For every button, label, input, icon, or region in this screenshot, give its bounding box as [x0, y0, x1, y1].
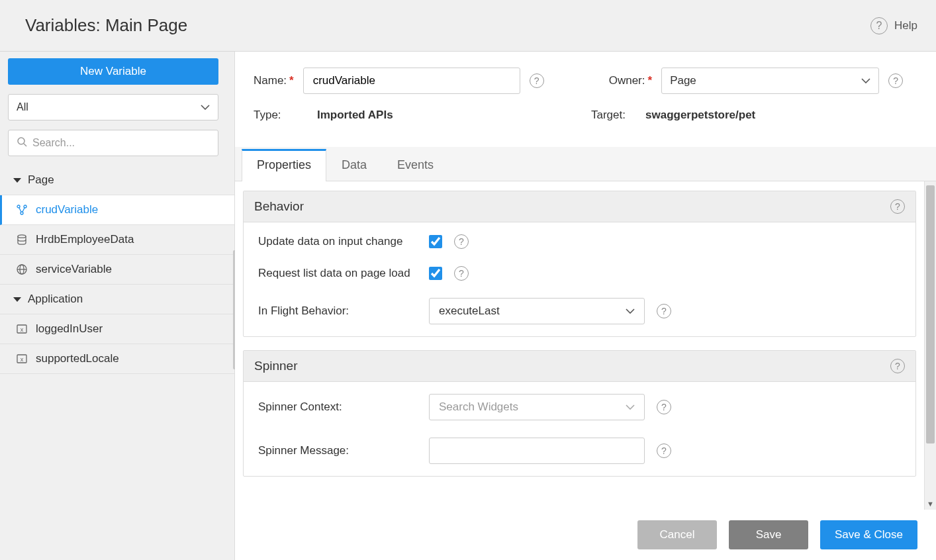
- section-title: Behavior: [254, 199, 304, 214]
- tab-properties[interactable]: Properties: [242, 149, 326, 181]
- save-button[interactable]: Save: [729, 520, 808, 549]
- inflight-label: In Flight Behavior:: [258, 304, 429, 318]
- update-on-input-label: Update data on input change: [258, 235, 429, 248]
- name-input[interactable]: [303, 68, 520, 94]
- svg-text:x: x: [21, 326, 24, 333]
- chevron-down-icon: [626, 404, 635, 410]
- help-icon[interactable]: ?: [888, 73, 903, 88]
- scrollbar-thumb[interactable]: [926, 185, 935, 443]
- svg-point-2: [17, 205, 20, 208]
- cancel-button[interactable]: Cancel: [637, 520, 717, 549]
- owner-value: Page: [670, 74, 696, 87]
- chevron-down-icon: [861, 78, 870, 83]
- var-icon: x: [16, 323, 28, 335]
- filter-select[interactable]: All: [8, 94, 218, 120]
- search-icon: [17, 136, 27, 150]
- scrollbar[interactable]: ▼: [924, 181, 936, 510]
- help-icon[interactable]: ?: [890, 199, 905, 214]
- request-on-load-checkbox[interactable]: [429, 267, 442, 280]
- help-icon[interactable]: ?: [657, 443, 671, 458]
- tree-item-label: supportedLocale: [36, 352, 119, 365]
- page-title: Variables: Main Page: [25, 15, 187, 36]
- section-spinner: Spinner ? Spinner Context: Search Widget…: [243, 350, 916, 477]
- help-icon[interactable]: ?: [530, 73, 544, 88]
- inflight-select[interactable]: executeLast: [429, 298, 645, 324]
- svg-line-1: [24, 144, 26, 146]
- svg-point-0: [18, 138, 24, 144]
- spinner-context-select[interactable]: Search Widgets: [429, 394, 645, 420]
- target-value: swaggerpetstore/pet: [645, 109, 755, 122]
- request-on-load-label: Request list data on page load: [258, 267, 429, 280]
- target-label: Target:: [591, 109, 636, 122]
- scroll-down-icon[interactable]: ▼: [925, 498, 936, 510]
- help-icon[interactable]: ?: [657, 304, 671, 318]
- tree-item-label: serviceVariable: [36, 263, 112, 276]
- caret-down-icon: [13, 297, 21, 302]
- svg-point-3: [24, 205, 26, 208]
- help-label: Help: [894, 19, 917, 32]
- section-behavior: Behavior ? Update data on input change ?: [243, 191, 916, 337]
- search-input[interactable]: [32, 137, 210, 149]
- spinner-message-input[interactable]: [429, 438, 645, 464]
- update-on-input-checkbox[interactable]: [429, 235, 442, 248]
- chevron-down-icon: [626, 308, 635, 314]
- save-close-button[interactable]: Save & Close: [820, 520, 917, 549]
- tree-group-label: Page: [28, 173, 54, 187]
- tree-item-hrdbemployeedata[interactable]: HrdbEmployeeData: [0, 225, 234, 255]
- db-icon: [16, 234, 28, 246]
- tree-item-label: loggedInUser: [36, 322, 103, 336]
- tree-item-loggedinuser[interactable]: x loggedInUser: [0, 314, 234, 344]
- chevron-down-icon: [201, 105, 210, 110]
- filter-value: All: [17, 101, 28, 113]
- globe-icon: [16, 263, 28, 275]
- spinner-context-placeholder: Search Widgets: [439, 400, 518, 414]
- tree-group-page[interactable]: Page: [0, 165, 234, 195]
- owner-select[interactable]: Page: [661, 68, 879, 94]
- new-variable-button[interactable]: New Variable: [8, 58, 218, 85]
- help-icon[interactable]: ?: [454, 234, 469, 249]
- spinner-message-label: Spinner Message:: [258, 444, 429, 457]
- svg-point-4: [21, 212, 23, 214]
- type-value: Imported APIs: [317, 109, 393, 122]
- help-icon[interactable]: ?: [657, 400, 671, 414]
- tree-item-label: HrdbEmployeeData: [36, 233, 134, 246]
- owner-label: Owner:*: [609, 74, 652, 87]
- type-label: Type:: [254, 109, 293, 122]
- flow-icon: [16, 204, 28, 216]
- var-icon: x: [16, 353, 28, 365]
- svg-text:x: x: [21, 356, 24, 363]
- tree-item-supportedlocale[interactable]: x supportedLocale: [0, 344, 234, 374]
- tab-data[interactable]: Data: [326, 148, 382, 181]
- spinner-context-label: Spinner Context:: [258, 400, 429, 414]
- name-label: Name:*: [254, 74, 294, 87]
- tab-events[interactable]: Events: [382, 148, 449, 181]
- help-button[interactable]: ? Help: [870, 17, 917, 34]
- tree-group-application[interactable]: Application: [0, 285, 234, 314]
- tree-item-crudvariable[interactable]: crudVariable: [0, 195, 234, 225]
- inflight-value: executeLast: [439, 304, 500, 318]
- caret-down-icon: [13, 178, 21, 183]
- help-icon[interactable]: ?: [890, 359, 905, 373]
- tree-item-label: crudVariable: [36, 203, 98, 216]
- help-icon[interactable]: ?: [454, 266, 469, 281]
- tree-group-label: Application: [28, 293, 83, 306]
- svg-point-5: [18, 235, 26, 238]
- section-title: Spinner: [254, 359, 298, 373]
- tree-item-servicevariable[interactable]: serviceVariable: [0, 255, 234, 285]
- help-icon: ?: [870, 17, 888, 34]
